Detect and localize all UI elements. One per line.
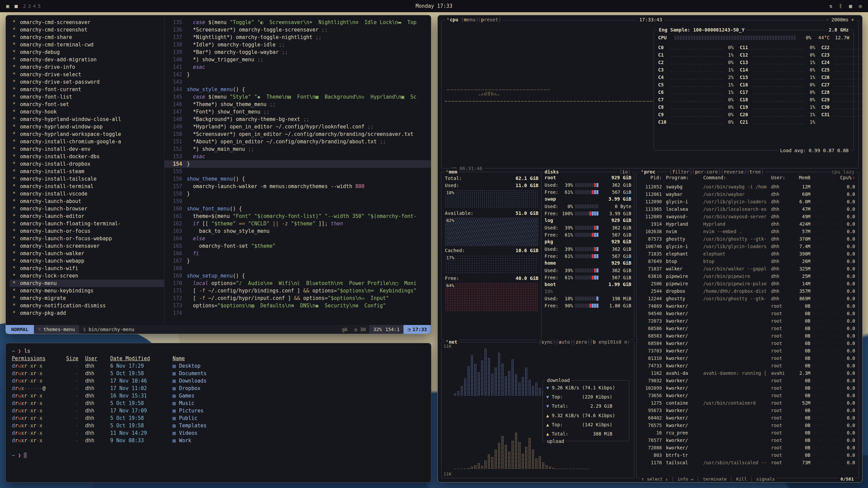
tab-sync[interactable]: ┤sync├ [538,339,556,345]
proc-footer-action[interactable]: info ↵ [677,476,693,482]
file-item[interactable]: *omarchy-install-dropbox [10,160,164,168]
file-item[interactable]: *omarchy-migrate [10,294,164,302]
proc-row[interactable]: 102638nvimnvim --embed .dhh57M⠂⠄⠂⠄⠂⠄⠂⠄⠂⠄… [640,228,855,235]
col-pid[interactable]: Pid: [640,175,662,182]
proc-row[interactable]: 81310kworker/root0B⠂⠄⠂⠄⠂⠄⠂⠄⠂⠄⠂⠄⠂⠄0.0 [640,354,855,362]
tab-tree[interactable]: ┤tree├ [747,168,764,175]
file-item[interactable]: *omarchy-debug [10,48,164,56]
proc-footer-action[interactable]: terminate [703,476,727,482]
dir-name[interactable]: Documents [179,370,206,377]
workspace-4[interactable]: 4 [33,3,36,9]
tab-auto[interactable]: ┤auto├ [556,339,573,345]
disks-io-tab[interactable]: ┤io├ [618,168,632,175]
proc-row[interactable]: 72088kworker/root0B⠂⠄⠂⠄⠂⠄⠂⠄⠂⠄⠂⠄⠂⠄0.0 [640,444,855,451]
file-item[interactable]: *omarchy-cmd-screenshot [10,26,164,34]
launcher-icon[interactable]: ▣ [6,3,9,9]
proc-footer-action[interactable]: ↑ select ↓ [642,476,668,482]
file-item[interactable]: *omarchy-launch-wifi [10,265,164,272]
proc-row[interactable]: 16rcu_preeroot0B⠂⠄⠂⠄⠂⠄⠂⠄⠂⠄⠂⠄⠂⠄0.0 [640,429,855,436]
terminal-prompt-line[interactable]: ~ ❯ [12,452,425,459]
file-item[interactable]: *omarchy-hyprland-workspace-toggle [10,130,164,138]
tab-b-enp191s0-n[interactable]: ┤b enp191s0 n├ [590,339,630,345]
dir-name[interactable]: Work [179,438,191,444]
proc-row[interactable]: 1170tailscal/usr/sbin/tailscaled --root7… [640,459,855,466]
proc-row[interactable]: 68584kworker/root0B⠂⠄⠂⠄⠂⠄⠂⠄⠂⠄⠂⠄⠂⠄0.0 [640,340,855,347]
file-item[interactable]: *omarchy-dev-add-migration [10,56,164,63]
file-item[interactable]: *omarchy-install-dev-env [10,145,164,153]
dir-name[interactable]: Games [179,393,194,399]
proc-row[interactable]: 74869kworker/root0B⠂⠄⠂⠄⠂⠄⠂⠄⠂⠄⠂⠄⠂⠄0.0 [640,302,855,310]
proc-row[interactable]: 1275containe/usr/bin/containerdroot52M⠂⠄… [640,399,855,407]
file-item[interactable]: *omarchy-launch-or-focus-webapp [10,235,164,242]
proc-row[interactable]: 112089swayosd-/usr/bin/swayosd-serverdhh… [640,213,855,220]
tab-filter[interactable]: ┤filter├ [669,168,692,175]
workspace-3[interactable]: 3 [28,3,31,9]
dir-name[interactable]: Dropbox [179,385,200,391]
proc-row[interactable]: 1914HyprlandHyprlanddhh424M⠂⠄⠂⠄⠂⠄⠂⠄⠂⠄⠂⠄⠂… [640,220,855,228]
proc-footer-action[interactable]: Kill [736,476,747,482]
col-user[interactable]: User: [771,175,792,182]
col-command[interactable]: Command: [700,175,771,182]
proc-footer-action[interactable]: signals [756,476,775,482]
proc-row[interactable]: 68402kworker/root0B⠂⠄⠂⠄⠂⠄⠂⠄⠂⠄⠂⠄⠂⠄0.0 [640,414,855,422]
network-icon[interactable]: ⇅ [829,3,832,9]
workspace-5[interactable]: 5 [38,3,40,9]
tab-per-core[interactable]: ┤per-core├ [692,168,721,175]
dir-name[interactable]: Downloads [179,378,206,384]
proc-sort-option[interactable]: cpu lazy [830,168,856,175]
proc-row[interactable]: 68586kworker/root0B⠂⠄⠂⠄⠂⠄⠂⠄⠂⠄⠂⠄⠂⠄0.0 [640,325,855,332]
file-item[interactable]: *omarchy-launch-screensaver [10,242,164,250]
proc-row[interactable]: 803btrfs-trroot0B⠂⠄⠂⠄⠂⠄⠂⠄⠂⠄⠂⠄⠂⠄0.0 [640,451,855,459]
proc-row[interactable]: 63816pipewire/usr/bin/pipewiredhh25M⠂⠄⠂⠄… [640,272,855,280]
dir-name[interactable]: Music [179,400,194,406]
bluetooth-icon[interactable]: ᛒ [839,3,842,9]
file-item[interactable]: *omarchy-cmd-screensaver [10,19,164,26]
proc-row[interactable]: 112052swaybg/usr/bin/swaybg -i /homdhh12… [640,183,855,190]
file-item[interactable]: *omarchy-font-list [10,93,164,101]
file-item[interactable]: *omarchy-hyprland-window-pop [10,123,164,130]
tray-icon[interactable]: ▦ [849,3,852,9]
file-item[interactable]: *omarchy-drive-select [10,71,164,78]
file-item[interactable]: *omarchy-lock-screen [10,272,164,280]
proc-row[interactable]: 72073kworker/root0B⠂⠄⠂⠄⠂⠄⠂⠄⠂⠄⠂⠄⠂⠄0.0 [640,317,855,325]
proc-row[interactable]: 2506pipewire/usr/bin/pipewire-pulsedhh14… [640,280,855,287]
proc-row[interactable]: 2544dropbox/home/dhh/.dropbox-distdhh357… [640,287,855,295]
file-item[interactable]: *omarchy-install-tailscale [10,175,164,183]
proc-row[interactable]: 12244ghostty/usr/bin/ghostty --gtk-dhh86… [640,295,855,302]
file-item[interactable]: *omarchy-drive-set-password [10,78,164,86]
proc-row[interactable]: 73703kworker/root0B⠂⠄⠂⠄⠂⠄⠂⠄⠂⠄⠂⠄⠂⠄0.0 [640,347,855,354]
tab-menu[interactable]: ┤menu├ [461,17,478,22]
col-program[interactable]: Program: [662,175,700,182]
terminal-window[interactable]: ~ ❯ ls PermissionsSizeUserDate ModifiedN… [5,343,431,483]
update-interval[interactable]: - 2000ms + [824,16,856,23]
file-item[interactable]: *omarchy-cmd-terminal-cwd [10,41,164,48]
proc-row[interactable]: 1162avahi-daavahi-daemon: running [avahi… [640,369,855,377]
file-item[interactable]: *omarchy-install-docker-dbs [10,153,164,160]
file-item[interactable]: *omarchy-launch-floating-terminal- [10,220,164,227]
file-item[interactable]: *omarchy-menu [10,280,164,287]
col-memb[interactable]: MemB [792,175,810,182]
proc-row[interactable]: 79032kworker/root0B⠂⠄⠂⠄⠂⠄⠂⠄⠂⠄⠂⠄⠂⠄0.0 [640,377,855,384]
proc-row[interactable]: 112061waybar/usr/bin/waybardhh68M⠂⠄⠂⠄⠂⠄⠂… [640,190,855,198]
code-lines[interactable]: 135 case $(menu "Toggle" "◐ Screensaver\… [164,15,431,325]
file-item[interactable]: *omarchy-pkg-add [10,309,164,317]
file-item[interactable]: *omarchy-font-current [10,86,164,93]
file-item[interactable]: *omarchy-drive-info [10,63,164,71]
proc-row[interactable]: 94540kworker/root0B⠂⠄⠂⠄⠂⠄⠂⠄⠂⠄⠂⠄⠂⠄0.0 [640,310,855,317]
proc-row[interactable]: 76577kworker/root0B⠂⠄⠂⠄⠂⠄⠂⠄⠂⠄⠂⠄⠂⠄0.0 [640,436,855,444]
dir-name[interactable]: Videos [179,430,197,436]
dir-name[interactable]: Templates [179,423,206,429]
file-item[interactable]: *omarchy-install-vscode [10,190,164,198]
interval-decrease[interactable]: - [826,16,829,23]
proc-row[interactable]: 106746glycin-i/usr/lib/glycin-loadersdhh… [640,243,855,250]
proc-row[interactable]: 74733kworker/root0B⠂⠄⠂⠄⠂⠄⠂⠄⠂⠄⠂⠄⠂⠄0.0 [640,362,855,369]
proc-row[interactable]: 76575kworker/root0B⠂⠄⠂⠄⠂⠄⠂⠄⠂⠄⠂⠄⠂⠄0.0 [640,422,855,429]
file-item[interactable]: *omarchy-font-set [10,101,164,108]
dir-name[interactable]: Public [179,415,197,421]
cpu-box-title[interactable]: ¹ cpu ┤menu├┤preset├ [445,16,502,23]
file-item[interactable]: *omarchy-install-terminal [10,183,164,190]
file-item[interactable]: *omarchy-menu-keybindings [10,287,164,294]
workspace-2[interactable]: 2 [23,3,26,9]
file-item[interactable]: *omarchy-notification-dismiss [10,302,164,309]
file-item[interactable]: *omarchy-hyprland-window-close-all [10,116,164,123]
